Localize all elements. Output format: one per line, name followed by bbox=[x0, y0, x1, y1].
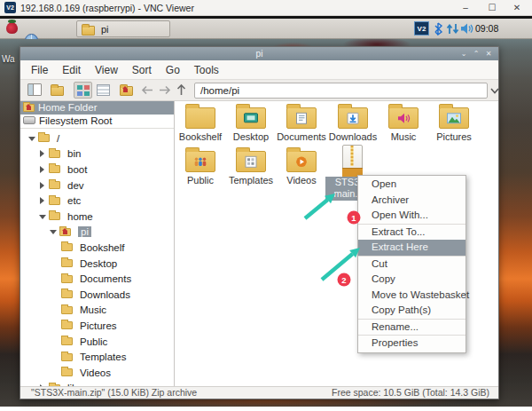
tree-item-pictures[interactable]: Pictures bbox=[20, 318, 174, 334]
fm-minimize-button[interactable]: ⌄ bbox=[458, 47, 470, 60]
tree-item-videos[interactable]: Videos bbox=[20, 365, 174, 381]
tree-item-dev[interactable]: dev bbox=[20, 178, 174, 194]
menu-tools[interactable]: Tools bbox=[187, 60, 226, 80]
fm-menubar: File Edit View Sort Go Tools bbox=[20, 60, 498, 80]
vnc-minimize-button[interactable]: – bbox=[454, 0, 477, 15]
home-button[interactable] bbox=[120, 86, 133, 96]
tree-item-root[interactable]: / bbox=[20, 130, 174, 146]
up-button[interactable] bbox=[176, 83, 186, 96]
tree-item-desktop[interactable]: Desktop bbox=[20, 256, 174, 272]
file-pictures[interactable]: Pictures bbox=[429, 106, 479, 142]
vnc-tray-icon[interactable]: V2 bbox=[414, 21, 429, 36]
context-menu-copy-paths[interactable]: Copy Path(s) bbox=[358, 303, 466, 319]
context-menu-open[interactable]: Open bbox=[358, 177, 466, 193]
tree-item-templates[interactable]: Templates bbox=[20, 349, 174, 365]
fm-toolbar: /home/pi bbox=[20, 80, 498, 101]
tree-item-etc[interactable]: etc bbox=[20, 193, 174, 209]
place-filesystem-root[interactable]: Filesystem Root bbox=[20, 115, 174, 128]
expander-open-icon[interactable] bbox=[49, 227, 58, 236]
expander-closed-icon[interactable] bbox=[38, 149, 47, 158]
taskbar-window-button-pi[interactable]: pi bbox=[76, 20, 170, 37]
taskbar: pi V2 09:08 bbox=[0, 19, 532, 39]
menu-edit[interactable]: Edit bbox=[55, 60, 88, 80]
context-menu-open-with[interactable]: Open With... bbox=[358, 208, 466, 224]
icon-view-button[interactable] bbox=[74, 82, 92, 99]
vnc-close-button[interactable]: ✕ bbox=[505, 0, 528, 15]
zip-file-icon bbox=[342, 145, 363, 177]
file-bookshelf[interactable]: Bookshelf bbox=[176, 106, 225, 142]
tree-item-documents[interactable]: Documents bbox=[20, 271, 174, 287]
folder-icon bbox=[82, 26, 95, 36]
folder-pictures-icon bbox=[439, 107, 469, 129]
context-menu-rename[interactable]: Rename... bbox=[358, 320, 466, 336]
tree-item-boot[interactable]: boot bbox=[20, 162, 174, 178]
context-menu-properties[interactable]: Properties bbox=[358, 336, 466, 352]
tree-item-pi[interactable]: pi bbox=[20, 225, 174, 241]
menu-sort[interactable]: Sort bbox=[125, 60, 159, 80]
screen: V2 192.168.0.169 (raspberrypi) - VNC Vie… bbox=[0, 0, 532, 411]
clock[interactable]: 09:08 bbox=[475, 19, 505, 39]
tree-item-bookshelf[interactable]: Bookshelf bbox=[20, 240, 174, 256]
context-menu-cut[interactable]: Cut bbox=[358, 257, 466, 273]
fm-close-button[interactable]: ✕ bbox=[482, 47, 495, 60]
path-dropdown-chevron-icon[interactable] bbox=[490, 88, 499, 94]
file-videos[interactable]: Videos bbox=[277, 149, 326, 186]
file-music[interactable]: Music bbox=[379, 106, 428, 142]
expander-closed-icon[interactable] bbox=[38, 181, 47, 190]
vnc-titlebar: V2 192.168.0.169 (raspberrypi) - VNC Vie… bbox=[0, 0, 532, 16]
context-menu-copy[interactable]: Copy bbox=[358, 272, 466, 288]
folder-videos-icon bbox=[286, 151, 317, 172]
expander-open-icon[interactable] bbox=[38, 212, 47, 221]
context-menu-extract-here[interactable]: Extract Here bbox=[358, 240, 466, 256]
list-view-button[interactable] bbox=[97, 84, 110, 96]
file-desktop[interactable]: Desktop bbox=[226, 106, 276, 142]
desktop-icon-label-partial: Wa bbox=[2, 54, 15, 64]
menu-go[interactable]: Go bbox=[159, 60, 187, 80]
context-menu-extract-to[interactable]: Extract To... bbox=[358, 225, 466, 241]
back-button[interactable] bbox=[141, 85, 153, 95]
file-downloads[interactable]: Downloads bbox=[328, 106, 378, 142]
vnc-window-title: 192.168.0.169 (raspberrypi) - VNC Viewer bbox=[20, 0, 194, 16]
toggle-sidepane-button[interactable] bbox=[27, 83, 42, 96]
folder-downloads-icon bbox=[338, 107, 368, 129]
places-list: Home Folder Filesystem Root bbox=[20, 101, 174, 129]
folder-desktop-icon bbox=[236, 107, 266, 129]
tree-item-downloads[interactable]: Downloads bbox=[20, 287, 174, 303]
vnc-logo-icon: V2 bbox=[4, 2, 16, 13]
file-public[interactable]: Public bbox=[176, 149, 225, 186]
home-folder-icon bbox=[23, 104, 35, 112]
raspberry-menu-icon[interactable] bbox=[6, 22, 18, 34]
volume-icon[interactable] bbox=[460, 22, 474, 36]
vnc-maximize-button[interactable]: ☐ bbox=[481, 0, 504, 15]
tree-item-public[interactable]: Public bbox=[20, 334, 174, 350]
status-selection-info: "STS3X-main.zip" (15.0 KiB) Zip archive bbox=[31, 387, 197, 399]
fm-window-title: pi bbox=[20, 47, 498, 60]
path-input[interactable]: /home/pi bbox=[194, 83, 488, 99]
place-home-folder[interactable]: Home Folder bbox=[20, 101, 174, 115]
context-menu-archiver[interactable]: Archiver bbox=[358, 193, 466, 209]
tree-item-bin[interactable]: bin bbox=[20, 146, 174, 162]
folder-public-icon bbox=[185, 151, 215, 172]
taskbar-window-button-label: pi bbox=[101, 21, 109, 37]
new-folder-button[interactable] bbox=[51, 86, 64, 96]
file-templates[interactable]: Templates bbox=[226, 149, 276, 186]
tree-item-music[interactable]: Music bbox=[20, 303, 174, 319]
tree-item-home[interactable]: home bbox=[20, 209, 174, 225]
menu-file[interactable]: File bbox=[24, 60, 55, 80]
bluetooth-icon[interactable] bbox=[434, 22, 443, 36]
file-documents[interactable]: Documents bbox=[277, 106, 326, 142]
context-menu-move-to-wastebasket[interactable]: Move to Wastebasket bbox=[358, 288, 466, 304]
forward-button[interactable] bbox=[159, 85, 171, 95]
menu-view[interactable]: View bbox=[88, 60, 125, 80]
folder-documents-icon bbox=[286, 107, 317, 129]
expander-closed-icon[interactable] bbox=[38, 165, 47, 174]
fm-maximize-button[interactable]: ⌃ bbox=[470, 47, 482, 60]
desktop: Wa pi ⌄ ⌃ ✕ File Edit View Sort Go Tools bbox=[0, 39, 532, 407]
folder-icon bbox=[185, 107, 215, 129]
network-updown-icon[interactable] bbox=[446, 22, 459, 36]
file-sts3x-main-zip[interactable]: STS3X- main.zip bbox=[327, 144, 377, 177]
expander-open-icon[interactable] bbox=[27, 134, 36, 143]
expander-closed-icon[interactable] bbox=[38, 196, 47, 205]
folder-music-icon bbox=[388, 107, 419, 129]
status-free-space: Free space: 10.5 GiB (Total: 14.3 GiB) bbox=[332, 387, 489, 399]
